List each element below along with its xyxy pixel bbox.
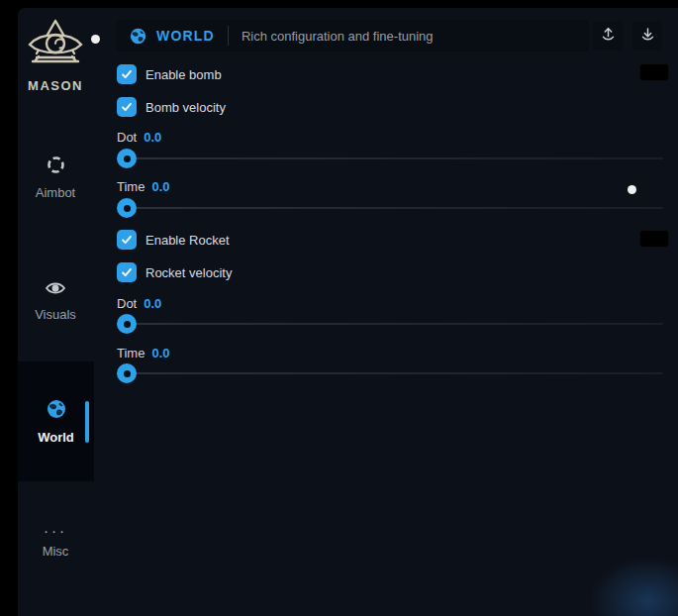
- checkbox-enable-bomb[interactable]: [117, 64, 137, 84]
- time-slider-track[interactable]: [117, 207, 663, 209]
- checkbox-label: Bomb velocity: [145, 100, 226, 115]
- slider-label-row: Time 0.0: [117, 179, 169, 194]
- slider-name: Dot: [117, 130, 137, 145]
- ellipsis-icon: ···: [44, 525, 67, 537]
- cursor-dot: [91, 35, 100, 44]
- sidebar-item-label: Aimbot: [36, 185, 75, 200]
- checkbox-row: Enable Rocket: [117, 230, 230, 250]
- sidebar-item-world[interactable]: World: [18, 361, 94, 481]
- checkbox-label: Enable Rocket: [145, 233, 230, 248]
- upload-config-button[interactable]: [593, 21, 623, 51]
- slider-value: 0.0: [151, 179, 169, 194]
- sidebar-item-aimbot[interactable]: Aimbot: [18, 155, 93, 200]
- rocket-time-slider-handle[interactable]: [117, 363, 137, 383]
- selected-indicator-bar: [85, 401, 89, 443]
- slider-label-row: Dot 0.0: [117, 296, 161, 311]
- mason-pyramid-eye-icon: [18, 18, 93, 73]
- checkbox-row: Rocket velocity: [117, 262, 232, 282]
- globe-icon: [130, 28, 146, 45]
- checkbox-label: Rocket velocity: [145, 265, 232, 280]
- slider-name: Time: [117, 179, 145, 194]
- checkbox-row: Bomb velocity: [117, 97, 226, 117]
- menu-window: MASON Aimbot Visuals World: [0, 0, 678, 616]
- crosshair-icon: [47, 155, 65, 178]
- slider-name: Time: [117, 346, 145, 360]
- globe-icon: [47, 399, 66, 423]
- header-divider: [228, 26, 229, 46]
- checkbox-label: Enable bomb: [145, 67, 222, 82]
- rocket-dot-slider-handle[interactable]: [117, 314, 137, 334]
- bomb-color-swatch[interactable]: [639, 63, 669, 81]
- brand-name: MASON: [18, 78, 93, 93]
- sidebar-item-misc[interactable]: ··· Misc: [18, 525, 93, 559]
- eye-icon: [45, 280, 66, 300]
- checkbox-enable-rocket[interactable]: [117, 230, 137, 250]
- time-slider-handle[interactable]: [117, 198, 137, 218]
- upload-icon: [600, 26, 617, 47]
- checkbox-rocket-velocity[interactable]: [117, 262, 137, 282]
- page-title: WORLD: [156, 28, 215, 44]
- page-header: WORLD Rich configuration and fine-tuning: [117, 20, 589, 51]
- rocket-dot-slider-track[interactable]: [117, 323, 663, 325]
- download-config-button[interactable]: [632, 21, 662, 51]
- rocket-time-slider-track[interactable]: [117, 372, 663, 374]
- page-subtitle: Rich configuration and fine-tuning: [242, 29, 434, 44]
- slider-label-row: Time 0.0: [117, 346, 169, 360]
- brand-logo: MASON: [18, 18, 93, 93]
- cursor-dot: [628, 185, 636, 194]
- corner-glow: [589, 557, 678, 616]
- checkbox-bomb-velocity[interactable]: [117, 97, 137, 117]
- slider-label-row: Dot 0.0: [117, 130, 161, 145]
- sidebar-item-label: Visuals: [35, 307, 76, 322]
- dot-slider-handle[interactable]: [117, 149, 137, 168]
- slider-value: 0.0: [144, 296, 161, 311]
- sidebar-item-visuals[interactable]: Visuals: [18, 280, 93, 322]
- checkbox-row: Enable bomb: [117, 64, 222, 84]
- slider-name: Dot: [117, 296, 137, 311]
- sidebar-item-label: World: [38, 430, 74, 445]
- sidebar-item-label: Misc: [43, 544, 69, 559]
- slider-value: 0.0: [144, 130, 161, 145]
- slider-value: 0.0: [151, 346, 169, 360]
- dot-slider-track[interactable]: [117, 157, 663, 159]
- download-icon: [639, 26, 656, 47]
- rocket-color-swatch[interactable]: [639, 230, 669, 248]
